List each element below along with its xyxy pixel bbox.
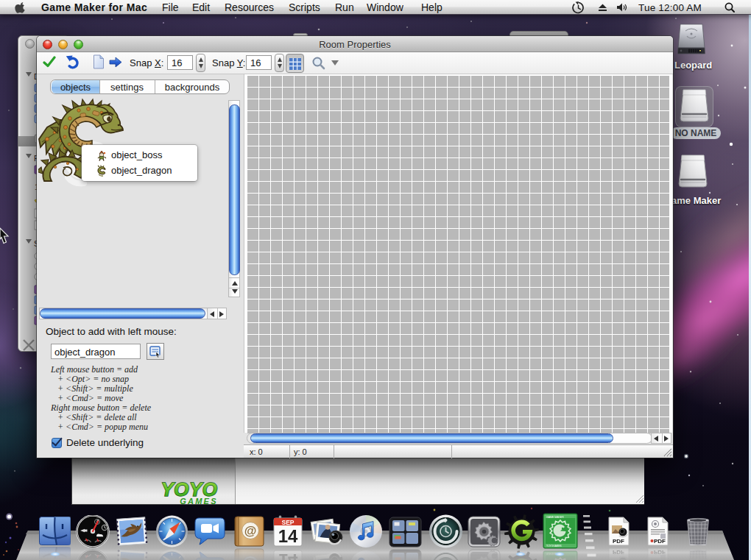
svg-text:GAMES: GAMES: [180, 497, 217, 506]
